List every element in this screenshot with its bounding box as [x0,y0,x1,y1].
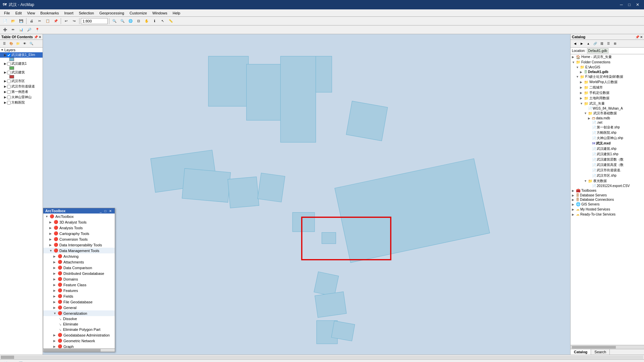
atb-features[interactable]: ▶ 🔴 Features [43,288,115,293]
catalog-landuse[interactable]: ▶ 📁 土地利用数据 [571,96,644,101]
catalog-worldpop[interactable]: ▶ 📁 WorldPop人口数据 [571,79,644,85]
add-data-btn[interactable]: ➕ [1,26,9,34]
toc-layer-first-patient[interactable]: ▶ 第一例患者 [0,89,43,95]
catalog-fthesis[interactable]: ▼ 📁 F:\硕士论文\4传染病\数据 [571,74,644,79]
copy-btn[interactable]: 📋 [44,17,51,25]
atb-scrollbar[interactable] [43,348,115,352]
atb-datamgmt[interactable]: ▼ 🔴 Data Management Tools [43,248,115,253]
atb-analysis[interactable]: ▶ 🔴 Analysis Tools [43,225,115,231]
atb-archiving[interactable]: ▶ 🔴 Archiving [43,253,115,259]
find-btn[interactable]: 🔎 [25,26,33,34]
zoom-out-btn[interactable]: 🔍 [119,17,126,25]
redo-btn[interactable]: ↪ [70,17,78,25]
layer2-checkbox[interactable] [7,62,11,66]
catalog-forward-btn[interactable]: ▶ [579,41,585,47]
catalog-wuhanjiedao[interactable]: 📄 武汉市街道级道. [571,168,644,173]
catalog-location-value[interactable]: Default1.gdb [587,48,609,53]
menu-file[interactable]: File [1,10,13,16]
menu-bookmarks[interactable]: Bookmarks [38,10,61,16]
layer4-checkbox[interactable] [7,79,11,83]
maximize-btn[interactable]: □ [626,2,633,8]
goto-btn[interactable]: 📍 [34,26,41,34]
catalog-yeguang[interactable]: ▼ 📁 夜光数据 [571,178,644,184]
catalog-wuhanjianzhusu[interactable]: 📄 武汉建筑层数（数 [571,157,644,162]
catalog-dbconn[interactable]: ▶ 🗄 Database Connections [571,197,644,202]
catalog-exportcsv[interactable]: 📄 20191224.export.CSV [571,184,644,188]
toc-layer-wuhan-jianzhu1-elim[interactable]: ▶ 武汉建筑1_Elim [0,52,43,58]
atb-fields[interactable]: ▶ 🔴 Fields [43,293,115,299]
catalog-connect-btn[interactable]: 🔗 [592,41,598,47]
atb-generalization[interactable]: ▼ 🔴 Generalization [43,310,115,316]
editor-btn[interactable]: ✏ [9,26,17,34]
catalog-back-btn[interactable]: ◀ [572,41,578,47]
atb-general[interactable]: ▶ 🔴 General [43,305,115,310]
atb-geonetwork[interactable]: ▶ 🔴 Geometric Network [43,338,115,344]
catalog-wuhanmxd[interactable]: 🗺 武汉.mxd [571,141,644,146]
status-refresh-btn[interactable]: 🔄 [17,361,23,362]
catalog-hscrollbar[interactable] [571,345,644,349]
atb-interop[interactable]: ▶ 🔴 Data Interoperability Tools [43,242,115,248]
catalog-home[interactable]: ▶ 🏠 Home - 武汉市_矢量 [571,54,644,60]
layer6-checkbox[interactable] [7,90,11,94]
select-btn[interactable]: ↖ [159,17,166,25]
layer3-checkbox[interactable] [7,71,11,74]
layer1-checkbox[interactable] [7,53,11,57]
catalog-tab-catalog[interactable]: Catalog [571,349,591,355]
atb-attachments[interactable]: ▶ 🔴 Attachments [43,259,115,265]
atb-datacomp[interactable]: ▶ 🔴 Data Comparison [43,265,115,270]
atb-distgeo[interactable]: ▶ 🔴 Distributed Geodatabase [43,270,115,276]
atb-filegdb[interactable]: ▶ 🔴 File Geodatabase [43,299,115,305]
catalog-datamdb[interactable]: ▶ 🗃 data.mdb [571,116,644,120]
catalog-earcgis[interactable]: ▼ 📁 E:\ArcGIS [571,65,644,70]
atb-root[interactable]: ▼ 🔴 ArcToolbox [43,214,115,219]
toc-source-btn[interactable]: 📁 [15,41,21,47]
layer5-checkbox[interactable] [7,85,11,88]
save-btn[interactable]: 💾 [17,17,25,25]
undo-btn[interactable]: ↩ [62,17,70,25]
status-page-btn[interactable]: 📄 [3,361,9,362]
close-btn[interactable]: ✕ [634,2,641,8]
toc-layer-fangcang[interactable]: ▶ 方舱医院 [0,100,43,105]
menu-edit[interactable]: Edit [13,10,24,16]
catalog-wgs84[interactable]: 📄 WGS_84_Wuhan_A [571,106,644,111]
toc-draw-btn[interactable]: 🎨 [8,41,14,47]
toc-layer-wuhan-jianzhu[interactable]: ▶ 武汉建筑 [0,70,43,75]
layer7-checkbox[interactable] [7,96,11,99]
atb-elimpoly[interactable]: ↘ Eliminate Polygon Part [43,327,115,332]
atb-close-btn[interactable]: ✕ [108,209,113,213]
pan-btn[interactable]: ✋ [143,17,150,25]
map-area[interactable]: ArcToolbox _ □ ✕ ▼ 🔴 ArcToolbox ▶ 🔴 [43,34,570,355]
map-hscrollbar[interactable] [0,355,644,359]
menu-selection[interactable]: Selection [76,10,97,16]
atb-3d[interactable]: ▶ 🔴 3D Analyst Tools [43,219,115,225]
catalog-pin-btn[interactable]: 📌 [635,35,639,39]
new-btn[interactable]: 📄 [1,17,9,25]
status-pause-btn[interactable]: ⏸ [25,361,31,362]
print-btn[interactable]: 🖨 [28,17,35,25]
atb-maximize-btn[interactable]: □ [103,209,107,213]
cut-btn[interactable]: ✂ [36,17,43,25]
zoom-in-btn[interactable]: 🔍 [111,17,118,25]
menu-geoprocessing[interactable]: Geoprocessing [97,10,127,16]
catalog-dbservers[interactable]: ▶ 🗄 Database Servers [571,193,644,197]
catalog-huoshenshp[interactable]: 📄 火神山雷神山.shp [571,135,644,141]
catalog-list-btn[interactable]: ☰ [605,41,611,47]
catalog-grid-btn[interactable]: ⊞ [612,41,618,47]
open-btn[interactable]: 📂 [9,17,17,25]
menu-view[interactable]: View [24,10,38,16]
toc-visible-btn[interactable]: 👁 [21,41,28,47]
attribute-btn[interactable]: 📊 [17,26,25,34]
catalog-mobile[interactable]: ▶ 📁 手机定位数据 [571,90,644,96]
atb-conversion[interactable]: ▶ 🔴 Conversion Tools [43,236,115,242]
scale-input[interactable] [81,18,108,24]
catalog-yiyuan[interactable]: 📄 第一创业者.shp [571,125,644,130]
catalog-myhosted[interactable]: ▶ ☁ My Hosted Services [571,207,644,212]
identify-btn[interactable]: ℹ [151,17,158,25]
catalog-readytouse[interactable]: ▶ ☁ Ready-To-Use Services [571,212,644,217]
catalog-gisservers[interactable]: ▶ 🌐 GIS Servers [571,202,644,207]
minimize-btn[interactable]: ─ [618,2,625,8]
catalog-close-btn[interactable]: ✕ [640,35,643,39]
catalog-fangcangshp[interactable]: 📄 方舱医院.shp [571,130,644,135]
toc-pin-btn[interactable]: 📌 [34,35,38,39]
menu-help[interactable]: Help [170,10,183,16]
